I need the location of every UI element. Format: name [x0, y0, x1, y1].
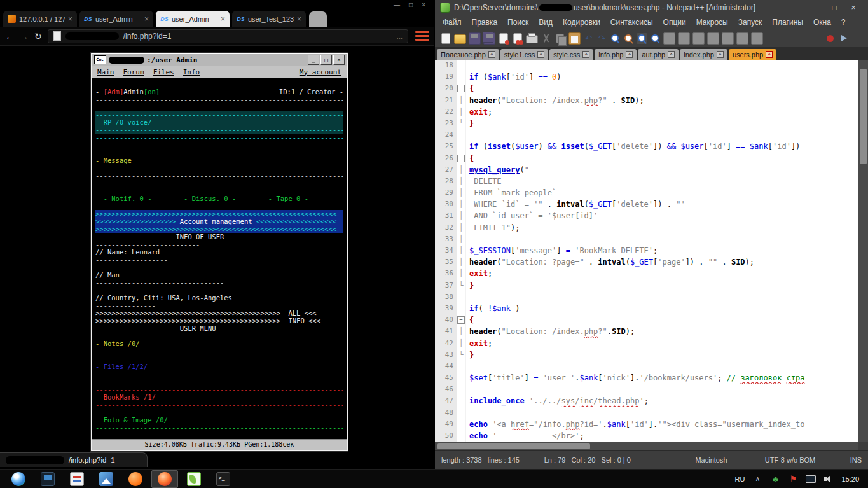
menu-hamburger-icon[interactable]	[415, 31, 429, 41]
browser-tab[interactable]: DSuser_Admin×	[79, 10, 154, 27]
close-icon[interactable]	[422, 1, 425, 8]
editor-tab[interactable]: style.css×	[549, 49, 593, 60]
code-editor[interactable]: 1819if ($ank['id'] == 0)20−{21│header("L…	[435, 60, 858, 442]
address-bar[interactable]: /info.php?id=1 ...	[48, 29, 408, 43]
taskbar-button[interactable]	[64, 470, 90, 488]
menu-item[interactable]: Опции	[658, 18, 691, 27]
editor-tab[interactable]: info.php×	[595, 49, 637, 60]
editor-tab[interactable]: users.php×	[729, 49, 776, 60]
horizontal-scrollbar[interactable]	[435, 442, 858, 450]
save-icon[interactable]	[469, 32, 481, 45]
tab-close-icon[interactable]: ×	[766, 51, 773, 58]
redo-icon[interactable]	[596, 33, 607, 44]
tab-close-icon[interactable]: ×	[717, 51, 724, 58]
menu-item[interactable]: Правка	[467, 18, 503, 27]
forward-icon[interactable]	[20, 32, 29, 41]
editor-tab[interactable]: Полезное.php×	[437, 49, 499, 60]
minimize-icon[interactable]	[308, 55, 319, 65]
taskbar-button[interactable]	[151, 470, 178, 488]
menu-item[interactable]: Файл	[437, 18, 467, 27]
menu-item[interactable]: Плагины	[767, 18, 808, 27]
vertical-scrollbar[interactable]	[858, 60, 868, 442]
tab-close-icon[interactable]: ×	[626, 51, 633, 58]
close-file-icon[interactable]	[499, 33, 508, 44]
menu-item[interactable]: Main	[97, 68, 114, 76]
clock[interactable]: 15:20	[841, 475, 859, 483]
undo-icon[interactable]	[583, 33, 594, 44]
back-icon[interactable]	[5, 32, 14, 41]
taskbar-button[interactable]	[34, 470, 61, 488]
browser-tab[interactable]: DSuser_Admin×	[155, 10, 230, 27]
editor-tab[interactable]: style1.css×	[500, 49, 548, 60]
browser-tab[interactable]: 127.0.0.1 / 127...×	[3, 10, 78, 27]
play-macro-icon[interactable]	[838, 33, 849, 44]
account-management-link[interactable]: Account management	[180, 218, 252, 225]
tab-close-icon[interactable]: ×	[537, 51, 544, 58]
new-file-icon[interactable]	[441, 33, 450, 44]
sync-horizontal-icon[interactable]	[678, 32, 690, 45]
menu-item[interactable]: Поиск	[502, 18, 534, 27]
fold-collapse-icon[interactable]: −	[457, 85, 465, 92]
tab-close-icon[interactable]: ×	[221, 15, 225, 24]
tab-close-icon[interactable]: ×	[488, 51, 495, 58]
language-indicator[interactable]: RU	[735, 475, 745, 483]
doc-map-icon[interactable]	[736, 32, 748, 45]
tab-close-icon[interactable]: ×	[297, 15, 301, 24]
taskbar-button[interactable]	[5, 470, 32, 488]
taskbar-button[interactable]	[210, 470, 237, 488]
copy-icon[interactable]	[556, 34, 564, 43]
minimize-icon[interactable]	[806, 0, 825, 15]
tab-close-icon[interactable]: ×	[582, 51, 589, 58]
zoom-in-icon[interactable]	[637, 33, 647, 44]
show-all-chars-icon[interactable]	[707, 32, 719, 45]
editor-tab[interactable]: index.php×	[680, 49, 727, 60]
openserver-icon[interactable]	[770, 474, 780, 484]
reload-icon[interactable]	[34, 32, 42, 41]
function-list-icon[interactable]	[751, 32, 763, 45]
record-macro-icon[interactable]	[825, 33, 836, 44]
close-icon[interactable]	[333, 55, 345, 65]
menu-item[interactable]: Макросы	[691, 18, 733, 27]
editor-tab[interactable]: aut.php×	[638, 49, 679, 60]
volume-icon[interactable]	[823, 474, 834, 484]
menu-item-my-account[interactable]: My account	[300, 68, 341, 76]
fold-collapse-icon[interactable]: −	[457, 316, 465, 324]
hidden-icons-arrow-icon[interactable]	[752, 474, 762, 484]
paste-icon[interactable]	[568, 32, 581, 45]
menu-item[interactable]: Вид	[534, 18, 558, 27]
openserver-flag-icon[interactable]	[788, 474, 798, 484]
menu-item[interactable]: Info	[183, 68, 200, 76]
open-file-icon[interactable]	[454, 34, 466, 44]
maximize-icon[interactable]	[409, 1, 413, 8]
menu-item[interactable]: Запуск	[733, 18, 768, 27]
tab-close-icon[interactable]: ×	[144, 15, 149, 24]
zoom-out-icon[interactable]	[650, 33, 661, 44]
taskbar-button[interactable]	[181, 470, 207, 488]
menu-item[interactable]: Files	[153, 68, 174, 76]
taskbar-button[interactable]	[122, 470, 149, 488]
taskbar-button[interactable]	[93, 470, 120, 488]
menu-item[interactable]: Кодировки	[558, 18, 605, 27]
print-icon[interactable]	[526, 35, 538, 43]
close-all-icon[interactable]	[513, 33, 522, 44]
menu-item[interactable]: Forum	[123, 68, 144, 76]
scrollbar-thumb[interactable]	[860, 69, 867, 164]
cut-icon[interactable]	[541, 33, 551, 44]
menu-item[interactable]: Окна	[808, 18, 836, 27]
fold-collapse-icon[interactable]: −	[457, 155, 465, 162]
new-tab-button[interactable]	[309, 11, 327, 27]
indent-guide-icon[interactable]	[722, 32, 734, 45]
close-icon[interactable]	[844, 0, 863, 15]
tab-close-icon[interactable]: ×	[668, 51, 675, 58]
tab-close-icon[interactable]: ×	[68, 15, 72, 24]
maximize-icon[interactable]	[320, 55, 332, 65]
browser-tab[interactable]: DSuser_Test_1234×	[231, 10, 307, 27]
menu-item[interactable]: ?	[836, 18, 851, 27]
find-icon[interactable]	[610, 33, 621, 44]
minimize-icon[interactable]	[394, 1, 400, 8]
save-all-icon[interactable]	[483, 32, 495, 45]
maximize-icon[interactable]	[825, 0, 844, 15]
sync-vertical-icon[interactable]	[663, 32, 675, 45]
scrollbar-thumb[interactable]	[437, 443, 590, 449]
menu-item[interactable]: Синтаксисы	[605, 18, 658, 27]
